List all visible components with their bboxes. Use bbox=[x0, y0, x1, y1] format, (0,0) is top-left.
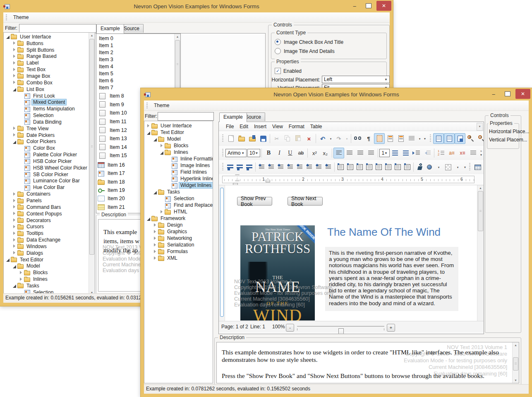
align-justify-icon[interactable] bbox=[366, 148, 376, 158]
expander-icon[interactable] bbox=[19, 100, 24, 105]
expander-icon[interactable] bbox=[12, 211, 17, 216]
tree-item[interactable]: XML bbox=[144, 255, 212, 261]
tree-item[interactable]: Context Popups bbox=[4, 210, 89, 217]
checkbox-icon[interactable] bbox=[99, 119, 105, 125]
list-item[interactable]: Item 5 bbox=[96, 70, 174, 77]
editor-canvas[interactable]: Show Prev Book Show Next Book The New Yo… bbox=[219, 185, 484, 321]
expander-icon[interactable] bbox=[12, 264, 17, 268]
expander-icon[interactable] bbox=[19, 270, 24, 275]
front-titlebar[interactable]: Nevron Open Vision Examples for Windows … bbox=[141, 88, 532, 100]
expander-icon[interactable] bbox=[153, 256, 158, 261]
list-item[interactable]: Item 2 bbox=[96, 49, 174, 56]
hanging-indent-icon[interactable] bbox=[400, 148, 411, 158]
expander-icon[interactable] bbox=[159, 143, 164, 148]
tree-item[interactable]: Tasks bbox=[4, 282, 89, 289]
expander-icon[interactable] bbox=[153, 243, 158, 247]
tree-item[interactable]: Blocks bbox=[144, 142, 212, 149]
expander-icon[interactable] bbox=[12, 198, 17, 203]
tree-item[interactable]: Windows bbox=[4, 243, 89, 250]
view-dropdown-icon[interactable]: ▾ bbox=[417, 133, 422, 144]
tree-item[interactable]: Combo Box bbox=[4, 79, 89, 86]
tree-item[interactable]: Text Editor bbox=[144, 129, 212, 136]
expander-icon[interactable] bbox=[153, 223, 158, 227]
expander-icon[interactable] bbox=[19, 159, 24, 163]
checkbox-icon[interactable] bbox=[99, 101, 105, 108]
expander-icon[interactable] bbox=[12, 218, 17, 222]
align-center-icon[interactable] bbox=[344, 148, 355, 158]
checkbox-icon[interactable] bbox=[99, 93, 105, 99]
tree-item[interactable]: Data Exchange bbox=[4, 237, 89, 243]
expander-icon[interactable] bbox=[12, 67, 17, 72]
scroll-up-icon[interactable]: ▲ bbox=[477, 185, 484, 191]
tree-item[interactable]: Tree View bbox=[4, 125, 89, 132]
zoom-out-icon[interactable]: − bbox=[476, 133, 484, 144]
scroll-thumb[interactable] bbox=[478, 191, 483, 231]
formatting-marks-icon[interactable]: ¶ bbox=[363, 133, 374, 144]
background-pattern-icon[interactable] bbox=[443, 162, 453, 172]
scroll-thumb[interactable] bbox=[89, 39, 94, 255]
theme-menu[interactable]: Theme bbox=[11, 14, 31, 21]
maximize-button[interactable] bbox=[362, 1, 375, 10]
editor-menu-item[interactable]: Format bbox=[286, 123, 307, 130]
border-bottom-icon[interactable] bbox=[403, 162, 412, 172]
tree-item[interactable]: Formulas bbox=[144, 248, 212, 255]
tree-item[interactable]: Tooltips bbox=[4, 230, 89, 237]
expander-icon[interactable] bbox=[19, 120, 24, 124]
tree-item[interactable]: Model bbox=[4, 263, 89, 270]
tree-item[interactable]: Serialization bbox=[144, 242, 212, 248]
tree-item[interactable]: First Look bbox=[4, 93, 89, 99]
expander-icon[interactable] bbox=[5, 34, 10, 39]
padding-left-icon[interactable] bbox=[336, 162, 345, 172]
first-line-indent-marker-icon[interactable] bbox=[266, 178, 270, 182]
scroll-up-icon[interactable]: ▲ bbox=[513, 342, 519, 348]
tree-item[interactable]: Inline Formatting bbox=[144, 155, 212, 162]
tree-item[interactable]: Luminance Color Bar bbox=[4, 178, 89, 184]
expander-icon[interactable] bbox=[159, 203, 164, 208]
border-right-icon[interactable] bbox=[383, 162, 393, 172]
expander-icon[interactable] bbox=[12, 80, 17, 85]
scroll-down-icon[interactable]: ▼ bbox=[513, 378, 519, 383]
redo-icon[interactable]: ↷ bbox=[333, 133, 344, 144]
stroke-dropdown-icon[interactable]: ▾ bbox=[434, 162, 443, 172]
expander-icon[interactable] bbox=[12, 283, 17, 288]
pattern-dropdown-icon[interactable]: ▾ bbox=[453, 162, 463, 172]
tree-item[interactable]: Hue Color Bar bbox=[4, 184, 89, 191]
tree-item[interactable]: Data Binding bbox=[4, 119, 89, 125]
horizontal-ruler[interactable]: 123456 bbox=[219, 174, 484, 185]
close-button[interactable]: ✕ bbox=[515, 89, 530, 99]
first-line-indent-icon[interactable] bbox=[390, 148, 400, 158]
tree-scrollbar[interactable]: ▲ ▼ bbox=[89, 33, 95, 295]
editor-scrollbar[interactable]: ▲ bbox=[477, 185, 484, 321]
tree-item[interactable]: Cursors bbox=[4, 223, 89, 230]
zoom-in-icon[interactable]: + bbox=[465, 133, 476, 144]
tree-item[interactable]: Dialogs bbox=[4, 250, 89, 256]
scroll-up-icon[interactable]: ▲ bbox=[89, 33, 95, 38]
tree-item[interactable]: Split Buttons bbox=[4, 47, 89, 53]
expander-icon[interactable] bbox=[19, 113, 24, 118]
margin-top-icon[interactable] bbox=[225, 162, 235, 172]
tree-item[interactable]: User Interface bbox=[4, 33, 89, 40]
menubar-overflow-icon[interactable]: ▼ bbox=[477, 123, 483, 131]
back-titlebar[interactable]: Nevron Open Vision Examples for Windows … bbox=[0, 0, 393, 12]
tree-item[interactable]: Range Based bbox=[4, 53, 89, 60]
tree-item[interactable]: Text Editor bbox=[4, 256, 89, 263]
expander-icon[interactable] bbox=[12, 238, 17, 242]
padding-right-icon[interactable] bbox=[345, 162, 355, 172]
subscript-icon[interactable]: x₂ bbox=[320, 148, 331, 158]
remove-list-icon[interactable]: x≡ bbox=[457, 148, 468, 158]
expander-icon[interactable] bbox=[166, 177, 171, 181]
tree-item[interactable]: Mixed Content bbox=[4, 99, 89, 105]
strikethrough-icon[interactable]: ab bbox=[295, 148, 306, 158]
zoom-slider[interactable] bbox=[297, 326, 384, 327]
border-top-icon[interactable] bbox=[393, 162, 403, 172]
indent-marker-icon[interactable] bbox=[235, 175, 240, 181]
list-item[interactable]: Item 1 bbox=[96, 42, 174, 49]
decrease-indent-icon[interactable] bbox=[422, 148, 433, 158]
tree-item[interactable]: HSB Wheel Color Picker bbox=[4, 165, 89, 171]
zoom-slider-thumb[interactable] bbox=[338, 328, 344, 334]
radio-icon[interactable] bbox=[275, 48, 281, 54]
list-item[interactable]: Item 4 bbox=[96, 63, 174, 70]
filter-input[interactable] bbox=[158, 112, 214, 121]
tab-example[interactable]: Example bbox=[96, 24, 124, 33]
numbered-list-icon[interactable]: 1 2 bbox=[436, 148, 446, 158]
